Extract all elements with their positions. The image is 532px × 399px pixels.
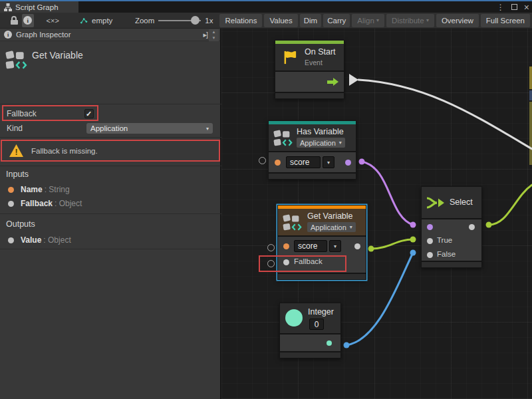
false-port-label: False [437, 250, 456, 258]
button-carry[interactable]: Carry [323, 14, 350, 27]
info-icon: i [23, 16, 32, 25]
zoom-slider[interactable] [158, 20, 201, 21]
offscreen-node-fragment [529, 102, 532, 165]
tab-label: Script Graph [15, 3, 59, 11]
port-name: Value [21, 235, 41, 245]
zoom-slider-handle[interactable] [191, 16, 200, 25]
script-graph-window: Script Graph ⋮ × i <×> empty Zoom [0, 0, 532, 399]
dock-icon[interactable]: ▸] [203, 31, 207, 39]
tab-script-graph[interactable]: Script Graph [0, 1, 78, 13]
chevron-down-icon: ▾ [339, 140, 342, 146]
node-on-start[interactable]: On Start Event [275, 40, 344, 99]
outputs-header: Outputs [6, 219, 35, 229]
node-has-variable[interactable]: Has Variable Application ▾ score ▾ [268, 120, 356, 180]
output-port-integer[interactable] [327, 340, 332, 346]
variable-name-dropdown-button[interactable]: ▾ [323, 156, 334, 168]
node-title: Has Variable [297, 127, 344, 136]
input-port-name[interactable] [275, 160, 281, 166]
port-type: : Object [43, 235, 70, 245]
fallback-field-highlight [2, 105, 98, 121]
node-title: On Start [305, 47, 336, 57]
info-icon: i [4, 31, 12, 39]
node-title: Integer [308, 307, 334, 317]
input-port-condition[interactable] [427, 224, 433, 230]
flag-icon [283, 50, 298, 65]
port-dot-grey [8, 201, 14, 207]
warning-icon: ! [9, 144, 24, 160]
port-type: : String [45, 185, 70, 194]
fallback-port-highlight [259, 255, 346, 272]
warning-box: ! Fallback is missing. [1, 140, 220, 162]
offscreen-node-fragment [529, 66, 532, 89]
warning-text: Fallback is missing. [31, 141, 98, 160]
output-port-bool[interactable] [345, 160, 351, 166]
svg-text:!: ! [15, 148, 17, 157]
menu-icon[interactable]: ⋮ [497, 3, 505, 12]
select-icon [426, 194, 446, 211]
code-icon: <×> [47, 17, 59, 25]
output-port-selection[interactable] [469, 224, 475, 230]
node-title: Get Variable [307, 211, 353, 221]
port-dot-orange [8, 187, 14, 193]
graph-inspector-title: Graph Inspector [16, 31, 70, 39]
input-port-name[interactable] [283, 243, 289, 249]
unconnected-port-ring[interactable] [267, 244, 275, 251]
input-port-false[interactable] [427, 252, 433, 258]
output-row-value: Value : Object [0, 235, 221, 245]
node-kind-dropdown[interactable]: Application ▾ [297, 138, 345, 148]
chevron-down-icon: ▾ [206, 126, 209, 132]
button-fullscreen[interactable]: Full Screen [481, 14, 530, 27]
inspector-toggle-button[interactable]: i [22, 14, 34, 27]
graph-breadcrumb[interactable]: empty [92, 17, 112, 25]
graph-hierarchy-icon [4, 3, 12, 11]
output-port-value[interactable] [354, 243, 360, 249]
variable-name-field[interactable]: score [294, 240, 327, 252]
node-select[interactable]: Select True False [421, 186, 482, 268]
graph-canvas[interactable] [221, 29, 532, 399]
variable-name-field[interactable]: score [286, 156, 321, 168]
scroll-down-icon: ▼ [209, 35, 219, 41]
node-integer[interactable]: Integer 0 [279, 303, 341, 358]
graph-inspector-panel: i Graph Inspector ▸] ▲ ▼ Get Variable [0, 29, 221, 399]
input-row-fallback: Fallback : Object [0, 198, 221, 209]
flow-output-port[interactable] [327, 78, 338, 86]
kind-dropdown-value: Application [90, 124, 128, 132]
code-preview-button[interactable]: <×> [47, 14, 59, 27]
port-dot-grey [8, 237, 14, 243]
unconnected-port-ring[interactable] [259, 157, 266, 164]
port-type: : Object [55, 199, 82, 208]
node-kind-dropdown[interactable]: Application ▾ [307, 222, 356, 232]
lock-icon [11, 16, 18, 25]
port-name: Name [21, 185, 43, 194]
button-distribute[interactable]: Distribute ▾ [386, 14, 434, 27]
tab-bar: Script Graph ⋮ × [0, 1, 532, 13]
close-icon[interactable]: × [524, 2, 529, 13]
button-align[interactable]: Align ▾ [352, 14, 384, 27]
button-dim[interactable]: Dim [300, 14, 321, 27]
variables-icon [273, 129, 293, 147]
graph-toolbar: i <×> empty Zoom 1x Relations Values Dim… [0, 13, 532, 29]
kind-dropdown[interactable]: Application ▾ [86, 123, 213, 134]
port-name: Fallback [21, 199, 53, 208]
button-relations[interactable]: Relations [219, 14, 262, 27]
input-port-true[interactable] [427, 238, 433, 244]
kind-field-label: Kind [7, 124, 23, 133]
button-overview[interactable]: Overview [436, 14, 479, 27]
integer-value-field[interactable]: 0 [309, 319, 324, 330]
button-values[interactable]: Values [264, 14, 297, 27]
scroll-up-icon: ▲ [209, 29, 219, 35]
offscreen-node-fragment [529, 90, 532, 100]
maximize-icon[interactable] [511, 4, 517, 10]
zoom-value: 1x [205, 17, 213, 25]
zoom-label: Zoom [135, 17, 154, 25]
inspected-node-title-block: Get Variable [0, 42, 221, 106]
variable-name-dropdown-button[interactable]: ▾ [329, 240, 341, 252]
inputs-header: Inputs [6, 170, 29, 179]
integer-icon [285, 309, 303, 327]
graph-inspector-header: i Graph Inspector ▸] ▲ ▼ [0, 29, 220, 41]
inspector-scroll-buttons[interactable]: ▲ ▼ [209, 29, 219, 41]
node-title: Select [450, 198, 473, 207]
chevron-down-icon: ▾ [376, 17, 379, 23]
input-row-name: Name : String [0, 184, 221, 195]
lock-button[interactable] [8, 14, 20, 27]
